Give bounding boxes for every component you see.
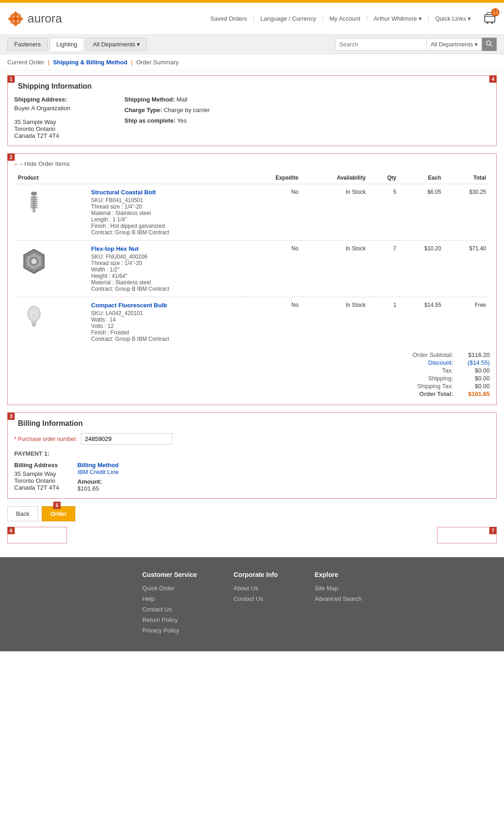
footer-link-advanced-search[interactable]: Advanced Search bbox=[314, 595, 362, 602]
subtotal-row: Order Subtotal: $116.20 bbox=[398, 351, 490, 358]
nav-saved-orders[interactable]: Saved Orders bbox=[204, 15, 254, 22]
list-item: Return Policy bbox=[142, 616, 197, 623]
footer-link-help[interactable]: Help bbox=[142, 595, 155, 602]
shipping-address-label: Shipping Address: bbox=[14, 96, 106, 103]
product-sku-bolt: SKU: FB041_410501 Thread size : 1/4"-20 … bbox=[91, 197, 242, 236]
shipping-label: Shipping: bbox=[398, 375, 453, 382]
shipping-tax-label: Shipping Tax: bbox=[398, 383, 453, 390]
svg-rect-28 bbox=[32, 323, 36, 325]
breadcrumb-order-summary[interactable]: Order Summary bbox=[136, 59, 179, 66]
footer-link-contact-us-corp[interactable]: Contact Us bbox=[234, 595, 263, 602]
footer-col-customer-service: Customer Service Quick Order Help Contac… bbox=[142, 571, 197, 638]
svg-point-12 bbox=[487, 41, 491, 45]
breadcrumb-current-order[interactable]: Current Order bbox=[7, 59, 44, 66]
nut-each: $10.20 bbox=[400, 241, 445, 297]
search-button[interactable] bbox=[482, 38, 497, 51]
svg-rect-21 bbox=[31, 207, 38, 209]
shipping-badge: 1 bbox=[7, 75, 15, 83]
product-img-bolt bbox=[14, 184, 88, 241]
nav-bar: Fasteners Lighting All Departments ▾ All… bbox=[0, 35, 504, 54]
svg-rect-18 bbox=[31, 201, 38, 202]
amount-label: Amount: bbox=[78, 478, 119, 485]
footer-heading-explore: Explore bbox=[314, 571, 362, 578]
tab-fasteners[interactable]: Fasteners bbox=[7, 38, 48, 51]
footer-link-contact-us-cs[interactable]: Contact Us bbox=[142, 606, 172, 613]
po-input[interactable] bbox=[81, 433, 173, 445]
billing-po: * Purchase order number: bbox=[14, 433, 490, 445]
nav-quick-links[interactable]: Quick Links ▾ bbox=[429, 15, 477, 22]
svg-rect-16 bbox=[31, 197, 38, 198]
buttons-row: Back Order 5 bbox=[7, 506, 497, 521]
footer-col-explore: Explore Site Map Advanced Search bbox=[314, 571, 362, 638]
footer-link-privacy-policy[interactable]: Privacy Policy bbox=[142, 627, 179, 634]
tab-lighting[interactable]: Lighting bbox=[50, 38, 84, 51]
cart-badge: 13 bbox=[491, 8, 499, 17]
order-items-section: 2 – – Hide Order Items Product Expedite … bbox=[7, 153, 497, 405]
payment-label: PAYMENT 1: bbox=[14, 450, 490, 457]
shipping-method-col: Shipping Method: Mail Charge Type: Charg… bbox=[124, 96, 210, 139]
breadcrumb-shipping-billing[interactable]: Shipping & Billing Method bbox=[53, 59, 128, 66]
svg-point-25 bbox=[31, 259, 37, 264]
footer-links-explore: Site Map Advanced Search bbox=[314, 585, 362, 602]
shipping-value: $0.00 bbox=[462, 375, 490, 382]
product-img-bulb bbox=[14, 297, 88, 347]
footer-col-corporate-info: Corporate Info About Us Contact Us bbox=[234, 571, 278, 638]
cart-area[interactable]: 13 bbox=[483, 11, 497, 26]
list-item: Contact Us bbox=[234, 595, 278, 602]
subtotal-label: Order Subtotal: bbox=[398, 351, 453, 358]
header: aurora Saved Orders Language / Currency … bbox=[0, 3, 504, 35]
search-dept-select[interactable]: All Departments ▾ bbox=[427, 38, 482, 51]
col-expedite: Expedite bbox=[246, 172, 302, 184]
footer-grid: Customer Service Quick Order Help Contac… bbox=[28, 571, 476, 638]
logo-text: aurora bbox=[28, 11, 62, 26]
billing-country: Canada T2T 4T4 bbox=[14, 484, 59, 491]
bulb-total: Free bbox=[445, 297, 490, 347]
breadcrumb-sep-2: | bbox=[131, 59, 132, 66]
shipping-title: Shipping Information bbox=[14, 82, 490, 90]
bulb-qty: 1 bbox=[370, 297, 400, 347]
product-details-bolt: Structural Coastal Bolt SKU: FB041_41050… bbox=[88, 184, 246, 241]
product-sku-bulb: SKU: LA042_420101 Watts : 14 Volts : 12 … bbox=[91, 310, 242, 342]
back-button[interactable]: Back bbox=[7, 506, 38, 521]
shipping-badge-right: 4 bbox=[489, 75, 497, 83]
nav-my-account[interactable]: My Account bbox=[323, 15, 367, 22]
product-name-bolt[interactable]: Structural Coastal Bolt bbox=[91, 189, 242, 196]
hide-items-label: – Hide Order Items bbox=[19, 160, 70, 167]
tax-row: Tax: $0.00 bbox=[398, 367, 490, 374]
hide-items-row[interactable]: – – Hide Order Items bbox=[14, 160, 490, 167]
nav-language-currency[interactable]: Language / Currency bbox=[254, 15, 323, 22]
svg-point-0 bbox=[13, 17, 18, 21]
product-name-bulb[interactable]: Compact Fluorescent Bulb bbox=[91, 302, 242, 309]
shipping-tax-value: $0.00 bbox=[462, 383, 490, 390]
svg-rect-14 bbox=[31, 192, 37, 196]
nut-icon bbox=[20, 248, 48, 275]
tax-value: $0.00 bbox=[462, 367, 490, 374]
footer-link-return-policy[interactable]: Return Policy bbox=[142, 616, 178, 623]
bulb-icon bbox=[20, 304, 48, 332]
charge-type-value: Charge by carrier bbox=[164, 107, 210, 113]
footer-link-site-map[interactable]: Site Map bbox=[314, 585, 338, 592]
shipping-section: 1 4 Shipping Information Shipping Addres… bbox=[7, 75, 497, 146]
tab-all-departments[interactable]: All Departments ▾ bbox=[86, 38, 147, 51]
svg-point-11 bbox=[491, 22, 493, 24]
logo-area: aurora bbox=[7, 11, 62, 27]
subtotal-value: $116.20 bbox=[462, 351, 490, 358]
shipping-row: Shipping: $0.00 bbox=[398, 375, 490, 382]
product-name-nut[interactable]: Flex-top Hex Nut bbox=[91, 245, 242, 252]
bolt-qty: 5 bbox=[370, 184, 400, 241]
nut-expedite: No bbox=[246, 241, 302, 297]
shipping-tax-row: Shipping Tax: $0.00 bbox=[398, 383, 490, 390]
list-item: Quick Order bbox=[142, 585, 197, 592]
search-input[interactable] bbox=[335, 38, 427, 51]
list-item: Advanced Search bbox=[314, 595, 362, 602]
footer-link-quick-order[interactable]: Quick Order bbox=[142, 585, 174, 592]
billing-title: Billing Information bbox=[14, 419, 490, 428]
nav-user[interactable]: Arthur Whitmore ▾ bbox=[367, 15, 429, 22]
svg-rect-29 bbox=[33, 325, 35, 327]
product-details-bulb: Compact Fluorescent Bulb SKU: LA042_4201… bbox=[88, 297, 246, 347]
buttons-badge: 5 bbox=[53, 502, 61, 509]
order-total-value: $101.65 bbox=[462, 390, 490, 397]
footer-link-about-us[interactable]: About Us bbox=[234, 585, 258, 592]
amount-value: $101.65 bbox=[78, 485, 119, 492]
side-box-left-badge: 6 bbox=[7, 527, 15, 534]
